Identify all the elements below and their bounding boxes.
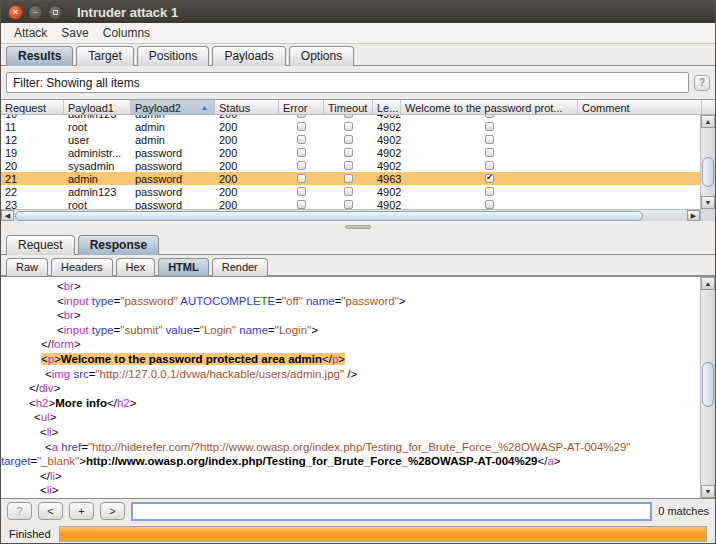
search-input[interactable]: [131, 502, 652, 521]
code-line: <input type="password" AUTOCOMPLETE="off…: [1, 294, 700, 309]
cell-request: 23: [1, 199, 64, 210]
cell-status: 200: [215, 173, 279, 185]
table-row[interactable]: 12useradmin2004902: [1, 133, 702, 146]
maximize-window-icon[interactable]: [48, 5, 63, 20]
welcome-checkbox[interactable]: [485, 200, 494, 209]
cell-length: 4963: [373, 173, 401, 185]
welcome-checkbox[interactable]: [485, 148, 494, 157]
tab-payloads[interactable]: Payloads: [212, 46, 285, 66]
scroll-right-icon[interactable]: ▶: [687, 210, 700, 221]
tab-hex[interactable]: Hex: [116, 258, 156, 276]
menu-item-columns[interactable]: Columns: [96, 24, 157, 42]
tab-options[interactable]: Options: [289, 46, 354, 66]
timeout-checkbox[interactable]: [344, 135, 353, 144]
next-match-button[interactable]: >: [100, 502, 125, 520]
timeout-checkbox[interactable]: [344, 148, 353, 157]
scroll-up-icon[interactable]: ▲: [701, 115, 715, 128]
timeout-checkbox[interactable]: [344, 122, 353, 131]
filter-help-button[interactable]: ?: [694, 75, 710, 91]
timeout-checkbox[interactable]: [344, 174, 353, 183]
close-window-icon[interactable]: ×: [8, 5, 23, 20]
welcome-checkbox[interactable]: [485, 187, 494, 196]
tab-target[interactable]: Target: [76, 46, 133, 66]
welcome-checkbox[interactable]: [485, 122, 494, 131]
error-checkbox[interactable]: [297, 115, 306, 118]
view-tab-strip: RawHeadersHexHTMLRender: [1, 255, 715, 276]
scroll-left-icon[interactable]: ◀: [1, 210, 14, 221]
scroll-down-icon[interactable]: ▼: [701, 485, 715, 498]
timeout-checkbox[interactable]: [344, 200, 353, 209]
menu-item-save[interactable]: Save: [54, 24, 95, 42]
code-line: </div>: [1, 381, 700, 396]
error-checkbox[interactable]: [297, 187, 306, 196]
highlighted-match: <p>Welcome to the password protected are…: [41, 353, 345, 365]
timeout-checkbox[interactable]: [344, 115, 353, 118]
attack-progress-bar: [59, 526, 707, 542]
error-checkbox[interactable]: [297, 122, 306, 131]
minimize-window-icon[interactable]: −: [28, 5, 43, 20]
welcome-checkbox[interactable]: [485, 135, 494, 144]
tab-html[interactable]: HTML: [158, 258, 209, 276]
filter-bar[interactable]: Filter: Showing all items: [6, 72, 689, 93]
tab-headers[interactable]: Headers: [51, 258, 113, 276]
column-header-payload2[interactable]: Payload2▲: [131, 100, 215, 114]
table-vscroll-thumb[interactable]: [702, 157, 714, 187]
table-row[interactable]: 20sysadminpassword2004902: [1, 159, 702, 172]
code-line: <h2>More info</h2>: [1, 396, 700, 411]
code-line: <br>: [1, 308, 700, 323]
divider-grip-icon[interactable]: [345, 225, 371, 229]
column-header-status[interactable]: Status: [215, 100, 279, 114]
column-header-welcome-to-the-password-prot-[interactable]: Welcome to the password prot...: [401, 100, 578, 114]
error-checkbox[interactable]: [297, 174, 306, 183]
tab-positions[interactable]: Positions: [137, 46, 210, 66]
column-header-payload1[interactable]: Payload1: [64, 100, 131, 114]
welcome-checkbox[interactable]: [485, 161, 494, 170]
previous-match-button[interactable]: <: [38, 502, 63, 520]
tab-render[interactable]: Render: [212, 258, 268, 276]
code-vertical-scrollbar[interactable]: ▲ ▼: [700, 277, 715, 498]
scroll-down-icon[interactable]: ▼: [701, 196, 715, 209]
error-checkbox[interactable]: [297, 148, 306, 157]
timeout-checkbox[interactable]: [344, 187, 353, 196]
tab-raw[interactable]: Raw: [6, 258, 48, 276]
table-row[interactable]: 23rootpassword2004902: [1, 198, 702, 209]
column-header-error[interactable]: Error: [279, 100, 324, 114]
scroll-up-icon[interactable]: ▲: [701, 277, 715, 290]
code-line: <br>: [1, 279, 700, 294]
tab-request[interactable]: Request: [6, 235, 75, 255]
window-controls: × −: [8, 5, 63, 20]
match-count: 0 matches: [658, 505, 709, 517]
split-divider[interactable]: [1, 221, 715, 232]
welcome-checkbox[interactable]: [485, 174, 494, 183]
table-row[interactable]: 19administr...password2004902: [1, 146, 702, 159]
timeout-checkbox[interactable]: [344, 161, 353, 170]
table-hscroll-thumb[interactable]: [15, 211, 643, 221]
filter-panel: Filter: Showing all items ?: [1, 66, 715, 99]
table-vertical-scrollbar[interactable]: ▲ ▼: [700, 115, 715, 209]
table-horizontal-scrollbar[interactable]: ◀ ▶: [1, 209, 700, 221]
column-header-comment[interactable]: Comment: [578, 100, 702, 114]
cell-request: 11: [1, 121, 64, 133]
code-vscroll-thumb[interactable]: [702, 362, 714, 407]
cell-timeout: [324, 187, 373, 196]
column-header-request[interactable]: Request: [1, 100, 64, 114]
table-row[interactable]: 22admin123password2004902: [1, 185, 702, 198]
error-checkbox[interactable]: [297, 200, 306, 209]
search-help-button[interactable]: ?: [7, 502, 32, 520]
table-row[interactable]: 11rootadmin2004902: [1, 120, 702, 133]
column-header-le-[interactable]: Le...: [373, 100, 401, 114]
cell-payload1: root: [64, 199, 131, 210]
cell-welcome: [401, 122, 578, 131]
tab-results[interactable]: Results: [6, 46, 73, 66]
error-checkbox[interactable]: [297, 135, 306, 144]
cell-length: 4902: [373, 186, 401, 198]
cell-request: 19: [1, 147, 64, 159]
tab-response[interactable]: Response: [78, 235, 159, 255]
cell-welcome: [401, 200, 578, 209]
menu-item-attack[interactable]: Attack: [7, 24, 54, 42]
table-row[interactable]: 21adminpassword2004963: [1, 172, 702, 185]
error-checkbox[interactable]: [297, 161, 306, 170]
column-header-timeout[interactable]: Timeout: [324, 100, 373, 114]
welcome-checkbox[interactable]: [485, 115, 494, 118]
add-highlight-button[interactable]: +: [69, 502, 94, 520]
